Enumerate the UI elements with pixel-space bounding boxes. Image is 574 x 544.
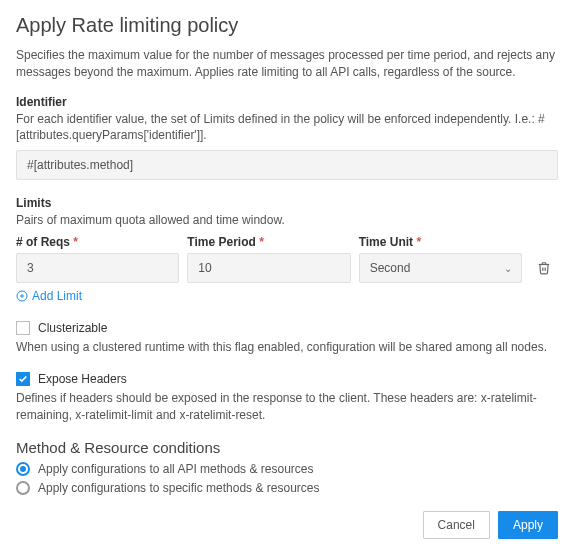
identifier-label: Identifier (16, 95, 558, 109)
clusterizable-section: Clusterizable When using a clustered run… (16, 321, 558, 356)
radio-icon (16, 462, 30, 476)
identifier-section: Identifier For each identifier value, th… (16, 95, 558, 181)
dialog-footer: Cancel Apply (16, 511, 558, 539)
clusterizable-label: Clusterizable (38, 321, 107, 335)
conditions-option-label: Apply configurations to all API methods … (38, 462, 313, 476)
reqs-label: # of Reqs * (16, 235, 179, 249)
unit-select[interactable] (359, 253, 522, 283)
add-limit-button[interactable]: Add Limit (16, 289, 82, 303)
limits-section: Limits Pairs of maximum quota allowed an… (16, 196, 558, 305)
limits-label: Limits (16, 196, 558, 210)
trash-icon (537, 261, 551, 275)
reqs-input[interactable] (16, 253, 179, 283)
identifier-help: For each identifier value, the set of Li… (16, 111, 558, 145)
delete-limit-button[interactable] (530, 254, 558, 282)
page-description: Specifies the maximum value for the numb… (16, 47, 558, 81)
conditions-option-all[interactable]: Apply configurations to all API methods … (16, 462, 558, 476)
expose-headers-section: Expose Headers Defines if headers should… (16, 372, 558, 424)
check-icon (18, 374, 28, 384)
expose-headers-checkbox[interactable] (16, 372, 30, 386)
page-title: Apply Rate limiting policy (16, 14, 558, 37)
period-label: Time Period * (187, 235, 350, 249)
identifier-input[interactable] (16, 150, 558, 180)
plus-circle-icon (16, 290, 28, 302)
expose-headers-label: Expose Headers (38, 372, 127, 386)
add-limit-label: Add Limit (32, 289, 82, 303)
period-input[interactable] (187, 253, 350, 283)
clusterizable-help: When using a clustered runtime with this… (16, 339, 558, 356)
radio-icon (16, 481, 30, 495)
conditions-section: Method & Resource conditions Apply confi… (16, 439, 558, 495)
expose-headers-help: Defines if headers should be exposed in … (16, 390, 558, 424)
apply-button[interactable]: Apply (498, 511, 558, 539)
limits-row: # of Reqs * Time Period * Time Unit * ⌄ (16, 235, 558, 283)
conditions-option-label: Apply configurations to specific methods… (38, 481, 319, 495)
cancel-button[interactable]: Cancel (423, 511, 490, 539)
clusterizable-checkbox[interactable] (16, 321, 30, 335)
conditions-option-specific[interactable]: Apply configurations to specific methods… (16, 481, 558, 495)
conditions-heading: Method & Resource conditions (16, 439, 558, 456)
unit-label: Time Unit * (359, 235, 522, 249)
limits-help: Pairs of maximum quota allowed and time … (16, 212, 558, 229)
